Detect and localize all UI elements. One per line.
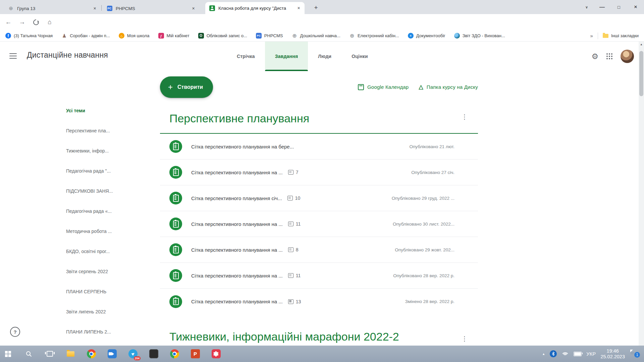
assignment-row[interactable]: Сітка перспективного планування на бере.… bbox=[160, 134, 478, 160]
assignment-row[interactable]: Сітка перспективного планування на ... 8… bbox=[160, 237, 478, 263]
file-explorer-button[interactable] bbox=[62, 346, 78, 362]
chrome-taskbar-button[interactable] bbox=[83, 346, 99, 362]
sidebar-topic-item[interactable]: Методична робота ... bbox=[66, 221, 128, 241]
scrollbar-up-arrow-icon[interactable]: ▲ bbox=[639, 42, 644, 47]
sidebar-topic-item[interactable]: ПЛАНИ СЕРПЕНЬ bbox=[66, 282, 128, 302]
bookmark-item[interactable]: PC PHPCMS bbox=[256, 33, 283, 39]
assignment-title[interactable]: Сітка перспективного планування на ... bbox=[191, 247, 283, 253]
main-menu-hamburger-icon[interactable] bbox=[9, 53, 17, 59]
camera-app-button[interactable] bbox=[104, 346, 120, 362]
tab-stream[interactable]: Стрічка bbox=[227, 42, 265, 71]
bookmarks-overflow-chevron[interactable]: » bbox=[590, 33, 593, 39]
bookmark-favicon-icon: ♟ bbox=[61, 33, 67, 39]
reload-button[interactable] bbox=[30, 16, 42, 28]
bookmark-favicon-icon bbox=[454, 33, 460, 39]
other-bookmarks-button[interactable]: Інші закладки bbox=[603, 33, 639, 38]
course-drive-folder-link[interactable]: △ Папка курсу на Диску bbox=[419, 83, 478, 90]
google-calendar-link[interactable]: Google Календар bbox=[358, 84, 409, 90]
google-apps-grid-icon[interactable] bbox=[606, 53, 612, 59]
hidden-icons-chevron-icon[interactable]: ▲ bbox=[542, 352, 545, 356]
bookmark-item[interactable]: ⌂ Моя школа bbox=[119, 33, 150, 39]
tab-people[interactable]: Люди bbox=[308, 42, 341, 71]
sidebar-topic-item[interactable]: Педагогічна рада «... bbox=[66, 201, 128, 221]
sidebar-topic-item[interactable]: Перспективне пла... bbox=[66, 121, 128, 141]
account-avatar[interactable] bbox=[621, 50, 634, 63]
comment-count: 11 bbox=[288, 221, 301, 227]
browser-tab-classroom-active[interactable]: Класна робота для курсу "Диста × bbox=[205, 2, 305, 14]
taskbar-clock[interactable]: 19:46 25.02.2023 bbox=[600, 348, 625, 360]
home-button[interactable]: ⌂ bbox=[44, 16, 55, 28]
assignment-title[interactable]: Сітка перспективного планування на ... bbox=[191, 273, 283, 279]
bookmark-item[interactable]: ♟ Соробан - адмін п... bbox=[61, 33, 110, 39]
course-title[interactable]: Дистанційне навчання bbox=[27, 51, 108, 60]
assignment-clipboard-icon bbox=[169, 295, 182, 308]
bookmark-favicon-icon: ⊕ bbox=[349, 33, 355, 39]
bookmark-item[interactable]: ⊕ Дошкільний навча... bbox=[291, 33, 340, 39]
settings-gear-icon[interactable]: ⚙ bbox=[591, 52, 598, 61]
assignment-row[interactable]: Сітка перспективного планування на ... 1… bbox=[160, 289, 478, 314]
tab-close-icon[interactable]: × bbox=[296, 5, 302, 11]
forward-button[interactable]: → bbox=[16, 16, 28, 28]
back-button[interactable]: ← bbox=[3, 16, 14, 28]
sidebar-topic-item[interactable]: Звіти серпень 2022 bbox=[66, 261, 128, 282]
section-title[interactable]: Перспективне планування bbox=[169, 112, 309, 125]
assignment-row[interactable]: Сітка перспективного планування січ... 1… bbox=[160, 185, 478, 211]
sidebar-item-all-topics[interactable]: Усі теми bbox=[66, 101, 128, 121]
battery-icon[interactable] bbox=[574, 352, 582, 356]
window-minimize-button[interactable]: — bbox=[594, 0, 610, 14]
browser-tab-grupa13[interactable]: ⊕ Група 13 × bbox=[4, 3, 101, 14]
next-section-title[interactable]: Тижневики, інформаційні марафони 2022-2 bbox=[169, 330, 399, 343]
red-app-button[interactable]: ✽ bbox=[208, 346, 224, 362]
assignment-title[interactable]: Сітка перспективного планування на ... bbox=[191, 170, 283, 175]
tab-close-icon[interactable]: × bbox=[190, 5, 197, 12]
start-button[interactable] bbox=[0, 346, 16, 362]
sidebar-topic-item[interactable]: ПІДСУМКОВІ ЗАНЯ... bbox=[66, 181, 128, 201]
assignment-title[interactable]: Сітка перспективного планування січ... bbox=[191, 195, 282, 201]
notification-center-button[interactable]: 1 bbox=[630, 351, 637, 357]
wifi-icon[interactable] bbox=[561, 351, 569, 357]
next-section-menu-icon[interactable]: ⋮ bbox=[459, 333, 471, 345]
task-view-button[interactable] bbox=[42, 346, 58, 362]
page-scrollbar[interactable]: ▲ bbox=[639, 42, 644, 346]
windows-logo-icon bbox=[5, 351, 11, 357]
bookmark-item[interactable]: ii Документообіг bbox=[408, 33, 445, 39]
browser-toolbar: ← → ⌂ classroom.google.com/w/NDMzNzUzMjg… bbox=[0, 14, 644, 30]
assignment-row[interactable]: Сітка перспективного планування на ... 1… bbox=[160, 263, 478, 289]
browser-tab-phpcms[interactable]: PC PHPCMS × bbox=[103, 3, 199, 14]
bookmark-favicon-icon: PC bbox=[256, 33, 262, 39]
tab-grades[interactable]: Оцінки bbox=[341, 42, 378, 71]
assignment-row[interactable]: Сітка перспективного планування на ... 7… bbox=[160, 160, 478, 185]
assignment-title[interactable]: Сітка перспективного планування на ... bbox=[191, 299, 283, 304]
create-button[interactable]: + Створити bbox=[160, 76, 213, 98]
bookmark-item[interactable]: Звіт ЗДО - Вихован... bbox=[454, 33, 505, 39]
sidebar-topic-item[interactable]: Педагогічна рада "... bbox=[66, 161, 128, 181]
taskbar-search-button[interactable] bbox=[21, 346, 37, 362]
window-maximize-button[interactable]: □ bbox=[610, 0, 627, 14]
bookmark-item[interactable]: f (3) Татьяна Чорная bbox=[5, 33, 53, 39]
assignment-title[interactable]: Сітка перспективного планування на бере.… bbox=[191, 144, 294, 149]
assignment-title[interactable]: Сітка перспективного планування на ... bbox=[191, 221, 283, 227]
telegram-app-button[interactable]: ▶ 204 bbox=[125, 346, 141, 362]
tab-search-chevron-icon[interactable]: ∨ bbox=[580, 0, 594, 14]
tab-classwork-active[interactable]: Завдання bbox=[265, 42, 308, 71]
language-indicator[interactable]: УКР bbox=[586, 351, 596, 357]
new-tab-button[interactable]: + bbox=[311, 3, 321, 12]
bookmark-item[interactable]: O Обліковий запис о... bbox=[198, 33, 247, 39]
chrome-taskbar-button-2[interactable] bbox=[166, 346, 182, 362]
dark-app-button[interactable] bbox=[146, 346, 162, 362]
sidebar-topic-item[interactable]: Звіти липень 2022 bbox=[66, 302, 128, 322]
comment-count: 13 bbox=[288, 299, 301, 304]
sidebar-topic-item[interactable]: ПЛАНИ ЛИПЕНЬ 2... bbox=[66, 322, 128, 342]
bluetooth-icon[interactable] bbox=[550, 350, 557, 357]
section-menu-icon[interactable]: ⋮ bbox=[459, 111, 471, 123]
help-button[interactable]: ? bbox=[10, 327, 20, 337]
bookmark-item[interactable]: ⊕ Електронний кабін... bbox=[349, 33, 399, 39]
scrollbar-thumb[interactable] bbox=[639, 51, 643, 96]
assignment-row[interactable]: Сітка перспективного планування на ... 1… bbox=[160, 211, 478, 237]
bookmark-item[interactable]: f Мій кабінет bbox=[158, 33, 190, 39]
powerpoint-app-button[interactable]: P bbox=[187, 346, 203, 362]
sidebar-topic-item[interactable]: Тижневики, інфор... bbox=[66, 141, 128, 161]
tab-close-icon[interactable]: × bbox=[92, 5, 98, 12]
sidebar-topic-item[interactable]: БКДО, освітні прог... bbox=[66, 241, 128, 261]
window-close-button[interactable]: × bbox=[627, 0, 644, 14]
